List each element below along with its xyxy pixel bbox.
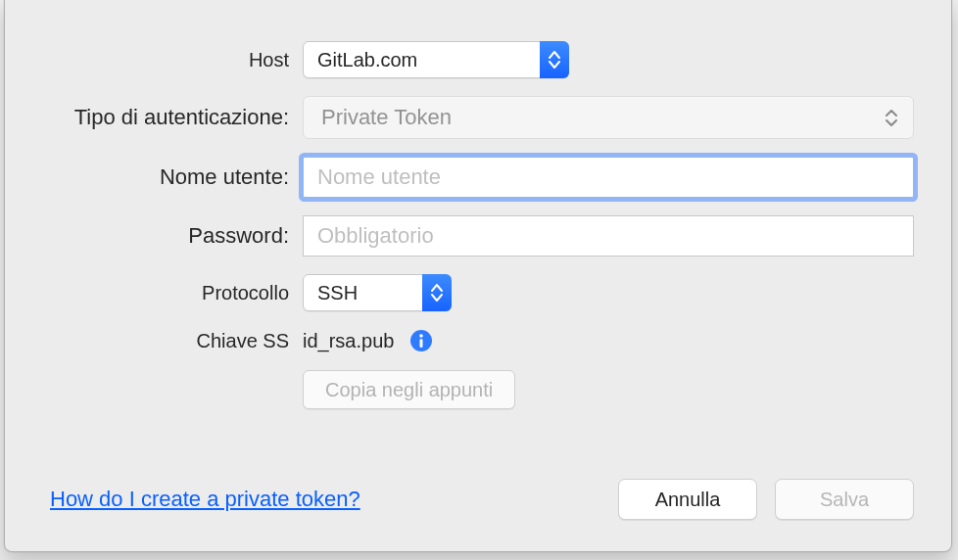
auth-type-value: Private Token xyxy=(321,105,452,129)
auth-type-select[interactable]: Private Token xyxy=(303,96,914,139)
host-select[interactable]: GitLab.com xyxy=(303,41,569,78)
svg-rect-2 xyxy=(420,339,423,348)
protocol-label: Protocollo xyxy=(34,282,303,304)
copy-button-label: Copia negli appunti xyxy=(325,379,493,401)
chevron-up-down-icon xyxy=(422,274,452,311)
protocol-select[interactable]: SSH xyxy=(303,274,452,311)
cancel-button[interactable]: Annulla xyxy=(618,479,757,520)
info-icon[interactable] xyxy=(409,329,433,352)
username-label: Nome utente: xyxy=(34,164,303,190)
chevron-up-down-icon xyxy=(540,41,569,78)
ssh-key-label: Chiave SS xyxy=(34,330,303,352)
auth-dialog: Host GitLab.com Tipo di autenticazione: xyxy=(4,0,952,552)
save-button-label: Salva xyxy=(820,489,869,511)
ssh-key-file: id_rsa.pub xyxy=(303,330,394,352)
username-input[interactable] xyxy=(303,157,914,198)
protocol-select-value: SSH xyxy=(317,282,358,303)
copy-to-clipboard-button[interactable]: Copia negli appunti xyxy=(303,370,515,409)
password-input[interactable] xyxy=(303,215,914,257)
svg-point-1 xyxy=(420,334,424,338)
host-label: Host xyxy=(34,49,303,71)
cancel-button-label: Annulla xyxy=(655,489,721,511)
auth-type-label: Tipo di autenticazione: xyxy=(34,105,303,130)
host-select-value: GitLab.com xyxy=(317,49,417,70)
chevron-up-down-icon xyxy=(886,103,901,132)
save-button[interactable]: Salva xyxy=(775,479,914,520)
password-label: Password: xyxy=(34,223,303,249)
help-private-token-link[interactable]: How do I create a private token? xyxy=(50,487,360,512)
